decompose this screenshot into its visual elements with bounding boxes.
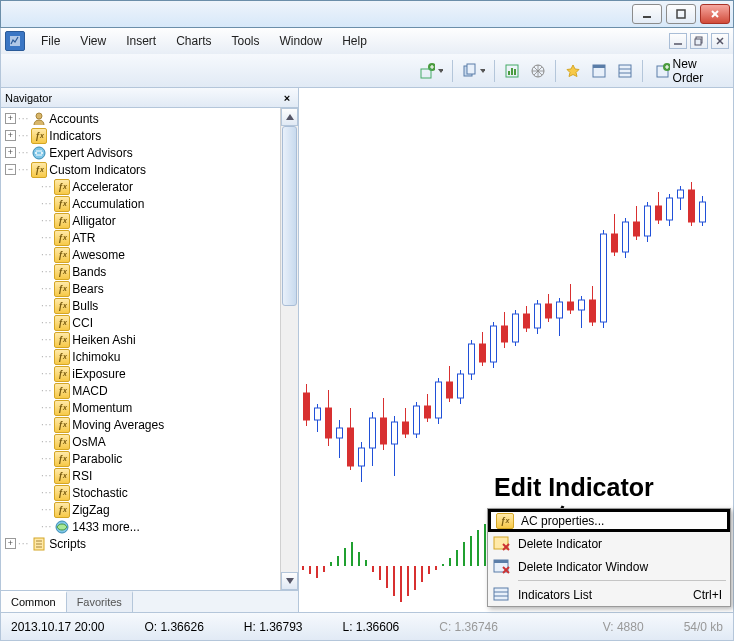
window-maximize-button[interactable] [666, 4, 696, 24]
scroll-up-button[interactable] [281, 108, 298, 126]
profiles-button[interactable] [458, 59, 489, 83]
tree-item-moving-averages[interactable]: ···ƒxMoving Averages [1, 416, 280, 433]
tree-label: CCI [72, 316, 93, 330]
indicators-list-icon [492, 586, 512, 604]
context-menu-delete-window-label: Delete Indicator Window [518, 560, 648, 574]
scroll-down-button[interactable] [281, 572, 298, 590]
tree-label: Alligator [72, 214, 115, 228]
svg-rect-100 [656, 206, 662, 220]
svg-rect-74 [513, 314, 519, 342]
svg-rect-70 [491, 326, 497, 362]
tree-item-zigzag[interactable]: ···ƒxZigZag [1, 501, 280, 518]
svg-rect-56 [414, 406, 420, 434]
tree-toggle[interactable]: + [5, 113, 16, 124]
svg-rect-94 [623, 222, 629, 252]
navigator-button[interactable] [526, 59, 550, 83]
tree-toggle[interactable]: + [5, 130, 16, 141]
tree-item-more[interactable]: ···1433 more... [1, 518, 280, 535]
tree-item-accumulation[interactable]: ···ƒxAccumulation [1, 195, 280, 212]
svg-rect-106 [689, 190, 695, 222]
tree-toggle[interactable]: + [5, 147, 16, 158]
svg-rect-72 [502, 326, 508, 342]
navigator-header: Navigator × [1, 88, 298, 108]
tree-label: MACD [72, 384, 107, 398]
menu-tools[interactable]: Tools [222, 30, 270, 52]
tab-favorites[interactable]: Favorites [67, 591, 133, 612]
svg-rect-66 [469, 344, 475, 374]
status-open: O: 1.36626 [144, 620, 203, 634]
context-menu-delete-window[interactable]: Delete Indicator Window [488, 555, 730, 578]
context-menu-indicators-list[interactable]: Indicators List Ctrl+I [488, 583, 730, 606]
tree-item-osma[interactable]: ···ƒxOsMA [1, 433, 280, 450]
terminal-button[interactable] [561, 59, 585, 83]
menu-view[interactable]: View [70, 30, 116, 52]
window-minimize-button[interactable] [632, 4, 662, 24]
tree-item-parabolic[interactable]: ···ƒxParabolic [1, 450, 280, 467]
market-watch-button[interactable] [500, 59, 524, 83]
properties-icon: ƒx [495, 512, 515, 530]
mdi-close-button[interactable] [711, 33, 729, 49]
tree-item-bears[interactable]: ···ƒxBears [1, 280, 280, 297]
tree-item-indicators[interactable]: +···ƒxIndicators [1, 127, 280, 144]
tree-item-accelerator[interactable]: ···ƒxAccelerator [1, 178, 280, 195]
tree-item-atr[interactable]: ···ƒxATR [1, 229, 280, 246]
tree-item-alligator[interactable]: ···ƒxAlligator [1, 212, 280, 229]
tree-label: Scripts [49, 537, 86, 551]
tree-item-cci[interactable]: ···ƒxCCI [1, 314, 280, 331]
data-window-button[interactable] [613, 59, 637, 83]
tree-item-heiken-ashi[interactable]: ···ƒxHeiken Ashi [1, 331, 280, 348]
svg-rect-86 [579, 300, 585, 310]
tree-toggle[interactable]: + [5, 538, 16, 549]
svg-rect-54 [403, 422, 409, 434]
navigator-close-button[interactable]: × [280, 92, 294, 104]
context-menu-properties[interactable]: ƒx AC properties... [488, 509, 730, 532]
new-chart-button[interactable] [416, 59, 447, 83]
menu-help[interactable]: Help [332, 30, 377, 52]
tree-label: Stochastic [72, 486, 127, 500]
tree-item-ichimoku[interactable]: ···ƒxIchimoku [1, 348, 280, 365]
tree-item-bands[interactable]: ···ƒxBands [1, 263, 280, 280]
tree-item-iexposure[interactable]: ···ƒxiExposure [1, 365, 280, 382]
svg-rect-104 [678, 190, 684, 198]
tree-item-rsi[interactable]: ···ƒxRSI [1, 467, 280, 484]
tree-toggle[interactable]: − [5, 164, 16, 175]
context-menu-indicators-list-label: Indicators List [518, 588, 592, 602]
tree-item-awesome[interactable]: ···ƒxAwesome [1, 246, 280, 263]
delete-window-icon [492, 558, 512, 576]
window-close-button[interactable] [700, 4, 730, 24]
new-order-button[interactable]: New Order [648, 59, 733, 83]
tree-label: Accelerator [72, 180, 133, 194]
mdi-minimize-button[interactable] [669, 33, 687, 49]
svg-point-28 [35, 152, 37, 154]
strategy-tester-button[interactable] [587, 59, 611, 83]
tree-item-momentum[interactable]: ···ƒxMomentum [1, 399, 280, 416]
tree-item-stochastic[interactable]: ···ƒxStochastic [1, 484, 280, 501]
tree-item-expert-advisors[interactable]: +···Expert Advisors [1, 144, 280, 161]
svg-rect-50 [381, 418, 387, 444]
svg-rect-7 [695, 39, 701, 45]
navigator-scrollbar[interactable] [280, 108, 298, 590]
menu-window[interactable]: Window [270, 30, 333, 52]
mdi-restore-button[interactable] [690, 33, 708, 49]
status-high: H: 1.36793 [244, 620, 303, 634]
svg-rect-1 [677, 10, 685, 18]
svg-rect-98 [645, 206, 651, 236]
svg-rect-82 [557, 302, 563, 318]
tree-item-macd[interactable]: ···ƒxMACD [1, 382, 280, 399]
tab-common[interactable]: Common [1, 591, 67, 612]
tree-item-accounts[interactable]: +···Accounts [1, 110, 280, 127]
menu-charts[interactable]: Charts [166, 30, 221, 52]
tree-item-bulls[interactable]: ···ƒxBulls [1, 297, 280, 314]
context-menu-delete-indicator[interactable]: Delete Indicator [488, 532, 730, 555]
menu-insert[interactable]: Insert [116, 30, 166, 52]
svg-rect-78 [535, 304, 541, 328]
tree-item-custom-indicators[interactable]: −···ƒxCustom Indicators [1, 161, 280, 178]
tree-label: Ichimoku [72, 350, 120, 364]
scroll-thumb[interactable] [282, 126, 297, 306]
status-close: C: 1.36746 [439, 620, 498, 634]
svg-rect-40 [326, 408, 332, 438]
menu-file[interactable]: File [31, 30, 70, 52]
tree-item-scripts[interactable]: +···Scripts [1, 535, 280, 552]
svg-rect-102 [667, 198, 673, 220]
tree-label: Accounts [49, 112, 98, 126]
